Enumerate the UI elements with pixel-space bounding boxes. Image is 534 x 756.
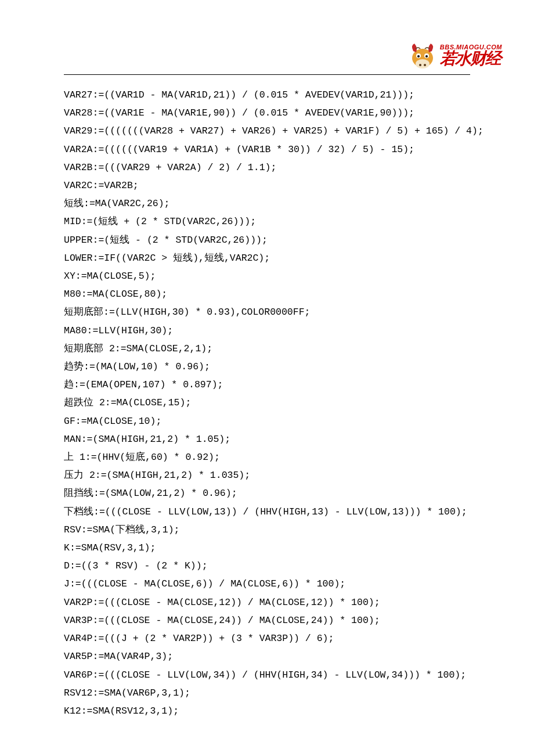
code-line: UPPER:=(短线 - (2 * STD(VAR2C,26))); [64, 231, 476, 249]
code-line: D:=((3 * RSV) - (2 * K)); [64, 557, 476, 575]
code-line: VAR2A:=((((((VAR19 + VAR1A) + (VAR1B * 3… [64, 141, 476, 159]
code-line: 超跌位 2:=MA(CLOSE,15); [64, 394, 476, 412]
svg-point-2 [419, 64, 421, 66]
code-line: VAR4P:=(((J + (2 * VAR2P)) + (3 * VAR3P)… [64, 629, 476, 647]
document-page: BBS.MIAOGU.COM 若水财经 VAR27:=((VAR1D - MA(… [0, 0, 534, 756]
code-line: RSV12:=SMA(VAR6P,3,1); [64, 684, 476, 702]
header-divider [64, 74, 470, 75]
code-line: 短期底部:=(LLV(HIGH,30) * 0.93),COLOR0000FF; [64, 303, 476, 321]
code-line: VAR5P:=MA(VAR4P,3); [64, 647, 476, 665]
code-line: 趋:=(EMA(OPEN,107) * 0.897); [64, 376, 476, 394]
code-line: VAR27:=((VAR1D - MA(VAR1D,21)) / (0.015 … [64, 86, 476, 104]
code-line: 阻挡线:=(SMA(LOW,21,2) * 0.96); [64, 484, 476, 502]
code-line: RSV:=SMA(下档线,3,1); [64, 521, 476, 539]
code-line: 短期底部 2:=SMA(CLOSE,2,1); [64, 340, 476, 358]
code-line: VAR2B:=(((VAR29 + VAR2A) / 2) / 1.1); [64, 159, 476, 177]
code-line: GF:=MA(CLOSE,10); [64, 412, 476, 430]
code-line: 上 1:=(HHV(短底,60) * 0.92); [64, 448, 476, 466]
svg-point-3 [424, 64, 426, 66]
logo-text: BBS.MIAOGU.COM 若水财经 [440, 44, 502, 67]
code-line: 压力 2:=(SMA(HIGH,21,2) * 1.035); [64, 466, 476, 484]
code-line: 下档线:=(((CLOSE - LLV(LOW,13)) / (HHV(HIGH… [64, 503, 476, 521]
code-line: K:=SMA(RSV,3,1); [64, 539, 476, 557]
code-line: LOWER:=IF((VAR2C > 短线),短线,VAR2C); [64, 249, 476, 267]
code-line: J:=(((CLOSE - MA(CLOSE,6)) / MA(CLOSE,6)… [64, 575, 476, 593]
code-line: MA80:=LLV(HIGH,30); [64, 322, 476, 340]
bull-mascot-icon [407, 41, 438, 70]
code-line: M80:=MA(CLOSE,80); [64, 285, 476, 303]
code-line: 短线:=MA(VAR2C,26); [64, 195, 476, 213]
code-line: VAR28:=((VAR1E - MA(VAR1E,90)) / (0.015 … [64, 104, 476, 122]
code-line: K12:=SMA(RSV12,3,1); [64, 702, 476, 720]
code-line: VAR3P:=(((CLOSE - MA(CLOSE,24)) / MA(CLO… [64, 611, 476, 629]
code-line: MAN:=(SMA(HIGH,21,2) * 1.05); [64, 430, 476, 448]
svg-point-1 [416, 59, 430, 69]
code-line: MID:=(短线 + (2 * STD(VAR2C,26))); [64, 213, 476, 231]
svg-point-6 [417, 55, 420, 57]
logo-block: BBS.MIAOGU.COM 若水财经 [407, 41, 502, 70]
code-line: 趋势:=(MA(LOW,10) * 0.96); [64, 358, 476, 376]
svg-point-7 [425, 55, 428, 57]
logo-cn-name: 若水财经 [440, 51, 502, 67]
code-line: VAR29:=(((((((VAR28 + VAR27) + VAR26) + … [64, 122, 476, 140]
code-line: VAR6P:=(((CLOSE - LLV(LOW,34)) / (HHV(HI… [64, 666, 476, 684]
code-line: XY:=MA(CLOSE,5); [64, 267, 476, 285]
code-line: VAR2P:=(((CLOSE - MA(CLOSE,12)) / MA(CLO… [64, 593, 476, 611]
code-line: VAR2C:=VAR2B; [64, 177, 476, 195]
code-content: VAR27:=((VAR1D - MA(VAR1D,21)) / (0.015 … [64, 86, 476, 720]
